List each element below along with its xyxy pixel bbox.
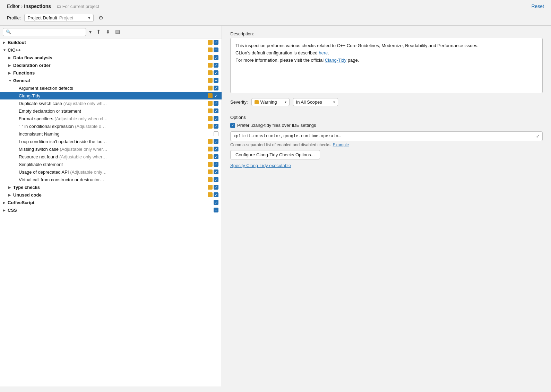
scope-dropdown[interactable]: In All Scopes ▾: [293, 98, 338, 106]
tree-item-data-flow[interactable]: ▶ Data flow analysis ✓: [0, 54, 222, 61]
expand-all-button[interactable]: ⬆: [95, 28, 103, 36]
checkbox-resource[interactable]: ✓: [213, 154, 219, 159]
checkbox-data-flow[interactable]: ✓: [213, 55, 219, 60]
tree-item-cpp[interactable]: ▼ C/C++ −: [0, 46, 222, 54]
tree-item-format-spec[interactable]: Format specifiers (Adjustable only when …: [0, 115, 222, 122]
list-view-icon: ▤: [115, 29, 120, 35]
item-label-virtual-call: Virtual call from constructor or destruc…: [19, 177, 208, 182]
tree-item-eq-cond[interactable]: '=' in conditional expression (Adjustabl…: [0, 122, 222, 130]
filter-button[interactable]: ▾: [87, 28, 93, 36]
specify-link[interactable]: Specify Clang-Tidy executable: [230, 163, 291, 168]
description-link-here[interactable]: here: [319, 50, 328, 55]
severity-label: Severity:: [230, 99, 248, 105]
tree-item-arg-selection[interactable]: Argument selection defects ✓: [0, 84, 222, 92]
description-link-clang-tidy[interactable]: Clang-Tidy: [325, 58, 346, 63]
item-label-cpp: C/C++: [8, 47, 208, 53]
checkbox-arg-selection[interactable]: ✓: [213, 85, 219, 91]
tree-item-functions[interactable]: ▶ Functions ✓: [0, 69, 222, 77]
checkbox-deprecated[interactable]: ✓: [213, 169, 219, 175]
checkbox-functions[interactable]: ✓: [213, 70, 219, 76]
tree-item-clang-tidy[interactable]: Clang-Tidy ✓: [0, 92, 222, 99]
tree-item-incon-naming[interactable]: Inconsistent Naming: [0, 130, 222, 138]
checkbox-minus-css: −: [214, 208, 218, 212]
search-input[interactable]: [12, 29, 83, 35]
tree-item-deprecated[interactable]: Usage of deprecated API (Adjustable only…: [0, 168, 222, 176]
main-container: Editor › Inspections 🗂 For current proje…: [0, 0, 551, 386]
tree-item-decl-order[interactable]: ▶ Declaration order ✓: [0, 61, 222, 69]
tree-item-missing-switch[interactable]: Missing switch case (Adjustable only whe…: [0, 145, 222, 153]
expand-arrow-css: ▶: [3, 208, 8, 212]
item-label-clang-tidy: Clang-Tidy: [19, 93, 208, 98]
item-label-unused-code: Unused code: [13, 192, 208, 198]
severity-box-deprecated: [208, 169, 213, 174]
hint-text: Comma-separated list of enabled and disa…: [230, 142, 543, 147]
tree-item-coffeescript[interactable]: ▶ CoffeeScript ✓: [0, 199, 222, 206]
breadcrumb-editor: Editor: [7, 3, 20, 9]
configure-button[interactable]: Configure Clang-Tidy Checks Options...: [230, 150, 320, 159]
profile-select-dropdown[interactable]: Project Default Project ▾: [24, 14, 94, 22]
description-text3: .: [328, 50, 329, 55]
example-link[interactable]: Example: [333, 142, 349, 147]
checkbox-cpp[interactable]: −: [213, 47, 219, 53]
list-view-button[interactable]: ▤: [113, 28, 122, 36]
severity-dropdown[interactable]: Warning ▾: [251, 98, 290, 106]
severity-box-eq-cond: [208, 124, 213, 129]
options-section: Options ✓ Prefer .clang-tidy files over …: [230, 111, 543, 168]
severity-box-loop-cond: [208, 139, 213, 144]
checkbox-css[interactable]: −: [213, 207, 219, 213]
expand-arrow-general: ▼: [8, 79, 13, 82]
tree-item-general[interactable]: ▼ General −: [0, 77, 222, 84]
content-area: 🔍 ▾ ⬆ ⬇ ▤ ▶: [0, 26, 551, 386]
checkbox-loop-cond[interactable]: ✓: [213, 139, 219, 144]
tree-item-virtual-call[interactable]: Virtual call from constructor or destruc…: [0, 176, 222, 183]
expand-arrow-unused-code: ▶: [8, 193, 13, 197]
search-input-wrap[interactable]: 🔍: [3, 28, 86, 36]
item-label-arg-selection: Argument selection defects: [19, 86, 208, 91]
checkbox-missing-switch[interactable]: ✓: [213, 146, 219, 152]
prefer-clang-checkbox[interactable]: ✓: [230, 123, 235, 128]
checkbox-checked-deprecated: ✓: [214, 169, 218, 174]
description-text2: CLion's default configuration is describ…: [235, 50, 319, 55]
checkbox-unchecked-incon-naming: [214, 131, 218, 136]
checkbox-checked-virtual-call: ✓: [214, 177, 218, 182]
profile-dropdown-arrow: ▾: [88, 15, 91, 20]
severity-box-buildout: [208, 40, 213, 45]
tree-item-dup-switch[interactable]: Duplicate switch case (Adjustable only w…: [0, 99, 222, 107]
checkbox-coffeescript[interactable]: ✓: [213, 200, 219, 205]
checkbox-buildout[interactable]: ✓: [213, 40, 219, 45]
checkbox-virtual-call[interactable]: ✓: [213, 177, 219, 182]
tree-item-type-checks[interactable]: ▶ Type checks ✓: [0, 183, 222, 191]
checkbox-simplifiable[interactable]: ✓: [213, 162, 219, 167]
tree-item-buildout[interactable]: ▶ Buildout ✓: [0, 38, 222, 46]
code-input-wrap[interactable]: xplicit-constructor,google-runtime-opera…: [230, 131, 543, 141]
reset-button[interactable]: Reset: [531, 3, 544, 9]
profile-sub: Project: [59, 15, 73, 20]
profile-label: Profile:: [7, 15, 21, 20]
code-expand-icon[interactable]: ⤢: [536, 134, 540, 139]
profile-name: Project Default: [27, 15, 57, 20]
description-label: Description:: [230, 31, 543, 36]
tree-item-css[interactable]: ▶ CSS −: [0, 206, 222, 214]
tree-item-resource[interactable]: Resource not found (Adjustable only wher…: [0, 153, 222, 160]
checkbox-type-checks[interactable]: ✓: [213, 184, 219, 190]
checkbox-eq-cond[interactable]: ✓: [213, 123, 219, 129]
breadcrumb-scope: 🗂 For current project: [57, 4, 99, 9]
checkbox-dup-switch[interactable]: ✓: [213, 101, 219, 106]
checkbox-checked-resource: ✓: [214, 154, 218, 159]
checkbox-unused-code[interactable]: ✓: [213, 192, 219, 198]
options-checkbox-row: ✓ Prefer .clang-tidy files over IDE sett…: [230, 123, 543, 128]
tree-item-unused-code[interactable]: ▶ Unused code ✓: [0, 191, 222, 199]
tree-item-loop-cond[interactable]: Loop condition isn't updated inside the …: [0, 138, 222, 145]
checkbox-general[interactable]: −: [213, 78, 219, 83]
checkbox-format-spec[interactable]: ✓: [213, 116, 219, 121]
item-label-css: CSS: [8, 208, 208, 213]
gear-button[interactable]: ⚙: [97, 14, 105, 22]
tree-item-empty-decl[interactable]: Empty declaration or statement ✓: [0, 107, 222, 115]
checkbox-empty-decl[interactable]: ✓: [213, 108, 219, 114]
checkbox-decl-order[interactable]: ✓: [213, 62, 219, 68]
code-input-text: xplicit-constructor,google-runtime-opera…: [233, 134, 535, 139]
tree-item-simplifiable[interactable]: Simplifiable statement ✓: [0, 160, 222, 168]
collapse-all-button[interactable]: ⬇: [104, 28, 112, 36]
checkbox-clang-tidy[interactable]: ✓: [213, 93, 219, 98]
checkbox-incon-naming[interactable]: [213, 131, 219, 137]
